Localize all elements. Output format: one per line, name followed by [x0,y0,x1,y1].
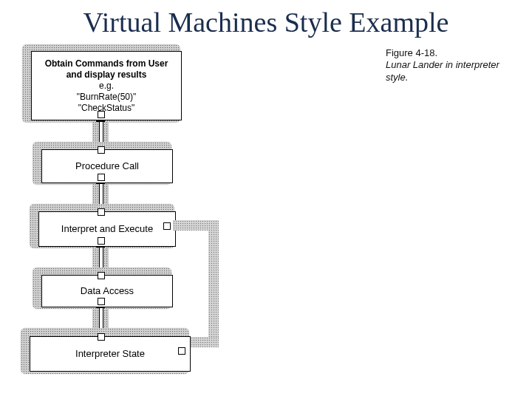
port-n2-top [98,146,105,154]
conn-loop-v [208,220,219,347]
node-procedure-call: Procedure Call [41,149,173,183]
port-n5-right [178,347,185,355]
node1-l2: and display results [45,69,168,81]
slide-title: Virtual Machines Style Example [0,6,532,38]
node1-l4: "BurnRate(50)" [45,92,168,103]
conn-4-5 [92,307,109,330]
port-n4-bottom [98,298,105,305]
node3-label: Interpret and Execute [61,223,153,235]
node-data-access: Data Access [41,275,173,307]
node4-label: Data Access [81,285,134,297]
conn-3-4 [92,247,109,269]
node-interpret-execute: Interpret and Execute [38,211,176,247]
node-interpreter-state: Interpreter State [30,336,191,372]
conn-2-3 [92,183,109,205]
node1-l3: e.g. [45,81,168,92]
node-obtain-commands: Obtain Commands from User and display re… [31,51,182,120]
conn-1-2 [92,121,109,143]
port-n3-top [98,208,105,216]
port-n3-right [163,222,171,230]
diagram: Obtain Commands from User and display re… [0,44,532,399]
node5-label: Interpreter State [75,348,145,360]
port-n2-bottom [98,174,105,181]
port-n3-bottom [98,237,105,245]
port-n5-top [98,333,105,341]
conn-loop-h2 [186,337,219,347]
node1-l5: "CheckStatus" [45,103,168,114]
port-n1-bottom [98,111,105,118]
port-n4-top [98,272,105,279]
node2-label: Procedure Call [75,160,139,172]
node1-l1: Obtain Commands from User [45,58,168,69]
